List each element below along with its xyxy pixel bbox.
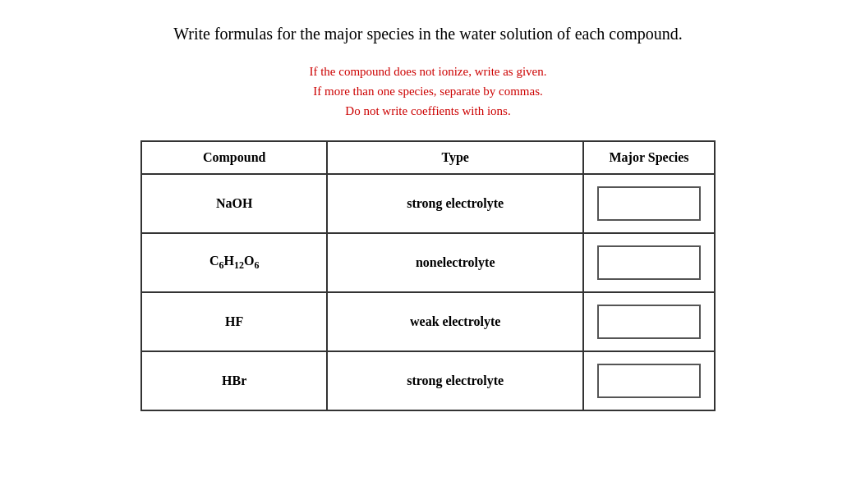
- input-box-hf[interactable]: [597, 305, 701, 339]
- header-compound: Compound: [141, 141, 327, 174]
- type-naoh: strong electrolyte: [327, 174, 583, 233]
- input-box-hbr[interactable]: [597, 364, 701, 398]
- compounds-table: Compound Type Major Species NaOH strong …: [140, 140, 716, 411]
- table-row: HBr strong electrolyte: [141, 351, 715, 410]
- table-row: NaOH strong electrolyte: [141, 174, 715, 233]
- instruction-line-3: Do not write coeffients with ions.: [309, 101, 546, 121]
- major-species-hbr[interactable]: [583, 351, 715, 410]
- table-container: Compound Type Major Species NaOH strong …: [140, 140, 716, 411]
- table-row: C6H12O6 nonelectrolyte: [141, 233, 715, 292]
- instruction-line-2: If more than one species, separate by co…: [309, 81, 546, 101]
- type-hbr: strong electrolyte: [327, 351, 583, 410]
- major-species-hf[interactable]: [583, 292, 715, 351]
- compound-hbr: HBr: [141, 351, 327, 410]
- table-row: HF weak electrolyte: [141, 292, 715, 351]
- instructions-block: If the compound does not ionize, write a…: [309, 62, 546, 121]
- compound-hf: HF: [141, 292, 327, 351]
- type-c6h12o6: nonelectrolyte: [327, 233, 583, 292]
- type-hf: weak electrolyte: [327, 292, 583, 351]
- page-title: Write formulas for the major species in …: [173, 25, 683, 44]
- header-type: Type: [327, 141, 583, 174]
- input-box-naoh[interactable]: [597, 186, 701, 221]
- major-species-c6h12o6[interactable]: [583, 233, 715, 292]
- instruction-line-1: If the compound does not ionize, write a…: [309, 62, 546, 81]
- table-header-row: Compound Type Major Species: [141, 141, 715, 174]
- compound-naoh: NaOH: [141, 174, 327, 233]
- input-box-c6h12o6[interactable]: [597, 245, 701, 280]
- compound-c6h12o6: C6H12O6: [141, 233, 327, 292]
- header-major-species: Major Species: [583, 141, 715, 174]
- major-species-naoh[interactable]: [583, 174, 715, 233]
